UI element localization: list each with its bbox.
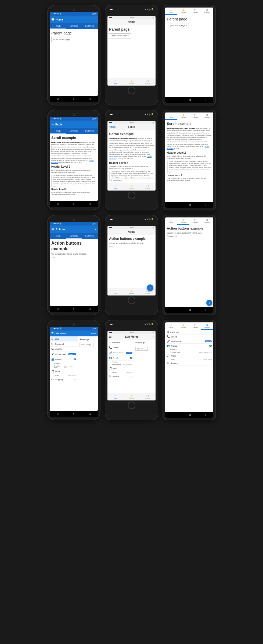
recents-btn[interactable]: □	[87, 307, 92, 311]
drawer-item-music[interactable]: 🎵 Music	[50, 369, 78, 374]
ios-btab-buttons[interactable]: ⬡ Buttons	[139, 183, 156, 191]
win-back-icon[interactable]: ←	[172, 413, 175, 416]
ios-btab-buttons[interactable]: ⬡ Buttons	[139, 393, 156, 400]
wtab-actions[interactable]: ⚡ Actions	[177, 8, 189, 15]
ios-btab-actions[interactable]: ⚡ Actions	[124, 78, 140, 86]
drawer-item-shopping[interactable]: 🛍 Shopping →	[50, 377, 78, 382]
drawer-item-home[interactable]: ⌂ Home	[50, 336, 78, 342]
wtab-actions[interactable]: ⚡ Actions	[177, 322, 189, 330]
win-back-icon[interactable]: ←	[172, 203, 175, 206]
home-btn[interactable]: ○	[71, 412, 76, 416]
wtab-home[interactable]: ⌂ Home	[165, 322, 177, 330]
ios-drawer-music[interactable]: 🎵 Music	[107, 366, 134, 371]
home-btn[interactable]: ○	[71, 202, 76, 206]
win-start-icon[interactable]: ⊞	[189, 203, 191, 206]
win-search-icon[interactable]: ⌕	[205, 413, 206, 416]
drawer-item-callma[interactable]: 📞 Call Ma	[50, 347, 78, 352]
win-item-music[interactable]: 🎵 Music	[165, 354, 213, 358]
ios-btab-home[interactable]: ⌂ Home	[107, 78, 124, 86]
ios-btab-home[interactable]: ⌂ Home	[107, 393, 124, 400]
ios-btab-buttons[interactable]: ⬡ Buttons	[139, 78, 156, 86]
ios-drawer-friends[interactable]: 👥 Friends 6	[107, 356, 134, 361]
ios-btab-actions[interactable]: ⚡ Actions	[124, 393, 140, 400]
phone-windows-r4: ⌂ Home ⚡ Actions ⬡ Buttons ⚙ Settings	[163, 320, 215, 420]
wtab-home[interactable]: ⌂ Home	[165, 8, 177, 15]
back-btn[interactable]: ◁	[55, 412, 60, 416]
recents-btn[interactable]: □	[87, 97, 92, 101]
tab-home[interactable]: HOME	[50, 23, 66, 29]
win-search-icon[interactable]: ⌕	[205, 203, 206, 206]
ios-home-button[interactable]	[128, 402, 135, 409]
open-scroll-btn[interactable]: Open Scroll page ›	[51, 37, 73, 42]
ios-open-scroll-mini[interactable]: Open Scroll p ›	[135, 347, 148, 351]
tab-actions[interactable]: ACTIONS	[66, 233, 82, 239]
recents-btn[interactable]: □	[87, 202, 92, 206]
wtab-settings[interactable]: ⚙ Settings	[201, 217, 213, 225]
recents-btn[interactable]: □	[87, 412, 92, 416]
menu-icon[interactable]: ☰	[51, 18, 54, 21]
win-search-icon[interactable]: ⌕	[205, 98, 206, 101]
win-item-friends[interactable]: 👥 Friends 6	[165, 344, 213, 348]
wtab-actions[interactable]: ⚡ Actions	[177, 217, 189, 225]
ios-home-button[interactable]	[128, 87, 135, 94]
win-item-record[interactable]: 🎤 Record album Grammy	[165, 339, 213, 344]
ios-menu-icon[interactable]: ☰	[109, 335, 111, 338]
ios-btab-home[interactable]: ⌂ Home	[107, 288, 124, 295]
ios-home-button[interactable]	[128, 192, 135, 199]
tab-actions[interactable]: ACTIONS	[66, 128, 82, 134]
win-back-icon[interactable]: ←	[172, 98, 175, 101]
ios-back-btn[interactable]: ‹ Back	[109, 126, 116, 128]
drawer-item-record[interactable]: 🎤 Record album Grammy	[50, 352, 78, 357]
tab-buttons[interactable]: BUTTONS	[82, 128, 98, 134]
wtab-buttons[interactable]: ⬡ Buttons	[189, 112, 201, 120]
drawer-menu-icon[interactable]: ☰	[51, 332, 53, 335]
win-item-shopping[interactable]: 🛍 Shopping →	[165, 361, 213, 365]
ios-btab-actions[interactable]: ⚡ Actions	[124, 288, 140, 295]
tab-buttons[interactable]: BUTTONS	[82, 23, 98, 29]
win-start-icon[interactable]: ⊞	[189, 308, 191, 311]
wtab-home[interactable]: ⌂ Home	[165, 217, 177, 225]
add-icon[interactable]: +	[95, 228, 96, 231]
win-item-callma[interactable]: 📞 Call Ma	[165, 335, 213, 339]
drawer-item-checkmail[interactable]: ✉ Check mail	[50, 342, 78, 347]
fab-btn[interactable]: +	[147, 284, 153, 291]
ios-drawer-callma[interactable]: 📞 Call Ma	[107, 345, 134, 350]
win-start-icon[interactable]: ⊞	[189, 413, 191, 416]
open-scroll-mini[interactable]: Open Scroll p ›	[80, 343, 93, 347]
wtab-settings[interactable]: ⚙ Settings	[201, 8, 213, 15]
tab-actions[interactable]: ACTIONS	[66, 23, 82, 29]
drawer-item-friends[interactable]: 👥 Friends 6	[50, 357, 78, 362]
win-back-icon[interactable]: ←	[172, 308, 175, 311]
ios-drawer-shopping[interactable]: 🛍 Shopping →	[107, 374, 134, 379]
wtab-settings[interactable]: ⚙ Settings	[201, 112, 213, 120]
wtab-settings[interactable]: ⚙ Settings	[201, 322, 213, 330]
ios-home-button[interactable]	[128, 297, 135, 304]
ios-btab-actions[interactable]: ⚡ Actions	[124, 183, 140, 191]
win-start-icon[interactable]: ⊞	[189, 98, 191, 101]
ios-drawer-record[interactable]: 🎤 Record album Grammy	[107, 350, 134, 356]
wtab-home[interactable]: ⌂ Home	[165, 112, 177, 120]
ios-drawer-checkmail[interactable]: ✉ Check mail	[107, 340, 134, 345]
win-search-icon[interactable]: ⌕	[205, 308, 206, 311]
home-btn[interactable]: ○	[71, 97, 76, 101]
back-btn[interactable]: ◁	[55, 202, 60, 206]
ios-btab-home[interactable]: ⌂ Home	[107, 183, 124, 191]
tab-home[interactable]: HOME	[50, 233, 66, 239]
wtab-buttons[interactable]: ⬡ Buttons	[189, 322, 201, 330]
win-open-scroll-btn[interactable]: Open Scroll page ›	[167, 23, 189, 28]
win-item-checkmail[interactable]: ✉ Check mail	[165, 330, 213, 335]
win-fab-btn[interactable]: +	[206, 300, 212, 306]
back-btn[interactable]: ◁	[55, 97, 60, 101]
ios-edit-icon[interactable]: ≡	[153, 336, 154, 338]
back-btn[interactable]: ◁	[55, 307, 60, 311]
menu-icon[interactable]: ☰	[51, 228, 54, 231]
tab-buttons[interactable]: BUTTONS	[82, 233, 98, 239]
home-btn[interactable]: ○	[71, 307, 76, 311]
action-icons[interactable]: ⋮	[94, 18, 96, 21]
ios-open-scroll-btn[interactable]: Open Scroll page ›	[109, 33, 131, 38]
tab-home[interactable]: HOME	[50, 128, 66, 134]
wtab-buttons[interactable]: ⬡ Buttons	[189, 8, 201, 15]
back-icon[interactable]: ←	[51, 123, 54, 126]
wtab-buttons[interactable]: ⬡ Buttons	[189, 217, 201, 225]
wtab-actions[interactable]: ⚡ Actions	[177, 112, 189, 120]
